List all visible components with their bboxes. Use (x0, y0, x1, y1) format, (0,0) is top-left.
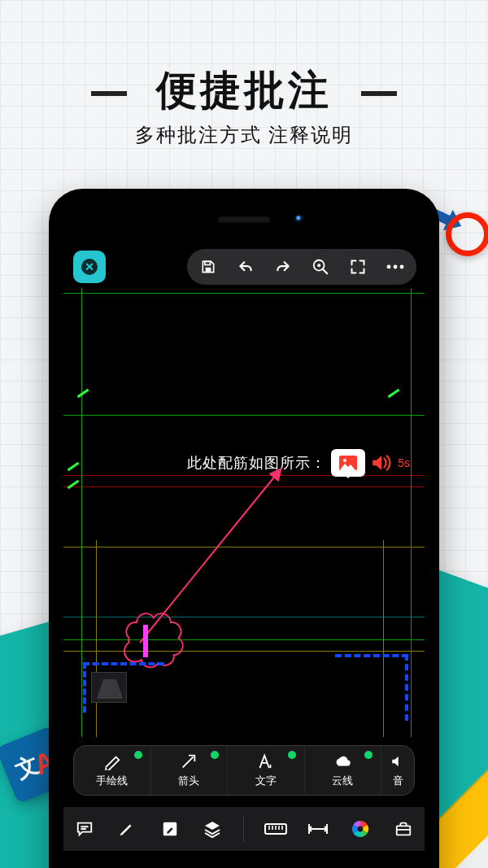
new-badge (134, 751, 142, 759)
svg-point-22 (343, 459, 346, 462)
annotation-row: 此处配筋如图所示： 5s (187, 449, 410, 477)
close-button[interactable] (73, 251, 106, 283)
freehand-icon (103, 752, 121, 770)
fullscreen-icon (350, 259, 366, 275)
svg-rect-14 (205, 261, 211, 264)
arrow-icon (180, 752, 198, 770)
svg-point-27 (358, 827, 364, 832)
top-toolbar (187, 249, 416, 285)
promo-title-text: 便捷批注 (156, 68, 332, 113)
promo-subtitle: 多种批注方式 注释说明 (0, 122, 488, 148)
comment-button[interactable] (73, 818, 96, 840)
voice-annotation-icon[interactable] (370, 452, 391, 473)
svg-point-17 (317, 264, 320, 267)
undo-button[interactable] (236, 257, 255, 277)
cloud-icon (333, 752, 351, 770)
svg-point-18 (387, 265, 391, 269)
cad-tick (77, 389, 89, 399)
anno-tool-arrow[interactable]: 箭头 (151, 746, 229, 795)
thumbnail-shape-icon (92, 673, 128, 704)
cad-line (63, 547, 425, 547)
annotation-type-bar: 手绘线 箭头 文字 云线 (73, 745, 415, 796)
pencil-button[interactable] (115, 818, 138, 840)
anno-tool-label: 箭头 (178, 774, 199, 788)
voice-duration: 5s (398, 456, 410, 469)
edit-box-button[interactable] (159, 818, 181, 840)
cad-line (411, 288, 412, 737)
measure-button[interactable] (264, 818, 287, 840)
app-screen: 此处配筋如图所示： 5s (63, 241, 425, 851)
pencil-icon (118, 820, 136, 838)
voice-icon (389, 752, 407, 770)
layers-button[interactable] (201, 818, 224, 840)
system-nav-bar (73, 859, 415, 868)
promo-title: 便捷批注 (0, 63, 488, 118)
text-icon (257, 752, 275, 770)
edit-box-icon (161, 820, 179, 838)
svg-rect-28 (397, 826, 411, 835)
phone-camera (294, 214, 306, 225)
cad-line (63, 486, 425, 487)
phone-speaker (217, 216, 271, 223)
redo-button[interactable] (273, 257, 293, 277)
save-button[interactable] (198, 257, 218, 277)
svg-point-19 (394, 265, 398, 269)
title-dash-right (361, 91, 397, 96)
phone-frame: 此处配筋如图所示： 5s (49, 189, 439, 868)
annotation-text[interactable]: 此处配筋如图所示： (187, 453, 326, 473)
cad-tick (68, 480, 80, 490)
new-badge (288, 751, 296, 759)
title-dash-left (91, 91, 127, 96)
color-wheel-icon (351, 819, 370, 839)
decor-red-ring (446, 212, 488, 256)
new-badge (364, 751, 373, 759)
toolbox-icon (394, 820, 413, 838)
layers-icon (203, 819, 222, 839)
anno-tool-freehand[interactable]: 手绘线 (74, 746, 151, 795)
cad-line (81, 288, 82, 737)
anno-tool-text[interactable]: 文字 (228, 746, 305, 795)
anno-tool-label: 文字 (255, 774, 277, 788)
image-annotation-chip[interactable] (331, 449, 365, 477)
zoom-button[interactable] (311, 257, 330, 277)
more-icon (386, 264, 404, 270)
zoom-icon (312, 258, 329, 276)
cad-viewport[interactable]: 此处配筋如图所示： 5s (63, 288, 425, 737)
cad-line (63, 415, 425, 416)
dimension-button[interactable] (307, 818, 329, 840)
anno-tool-label: 音 (393, 774, 403, 788)
selection-corner-right[interactable] (335, 654, 408, 721)
new-badge (211, 751, 219, 759)
thumbnail-preview[interactable] (91, 672, 127, 703)
text-cursor (143, 625, 148, 657)
color-button[interactable] (349, 818, 372, 840)
cad-tick (68, 462, 80, 472)
undo-icon (236, 259, 255, 275)
svg-rect-15 (206, 268, 211, 272)
cad-tick (388, 389, 400, 399)
anno-tool-cloud[interactable]: 云线 (305, 746, 382, 795)
anno-tool-label: 云线 (332, 774, 353, 788)
separator (243, 815, 244, 843)
more-button[interactable] (386, 257, 405, 277)
image-icon (338, 455, 358, 471)
comment-icon (75, 820, 94, 838)
bottom-toolbar (63, 807, 425, 851)
fullscreen-button[interactable] (348, 257, 368, 277)
anno-tool-voice[interactable]: 音 (381, 746, 414, 795)
cad-line (63, 293, 425, 294)
svg-point-20 (400, 265, 404, 269)
anno-tool-label: 手绘线 (96, 774, 128, 788)
dimension-icon (307, 822, 329, 835)
toolbox-button[interactable] (392, 818, 415, 840)
save-icon (200, 259, 216, 275)
redo-icon (273, 259, 293, 275)
close-icon (81, 259, 98, 275)
measure-icon (264, 822, 287, 835)
